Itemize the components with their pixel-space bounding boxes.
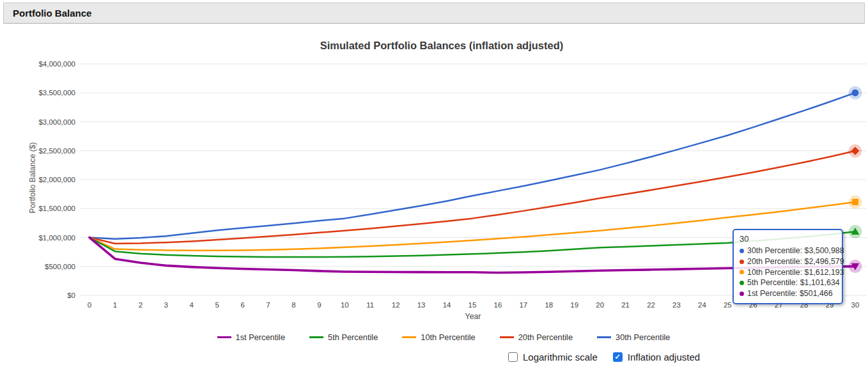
x-tick-label: 5: [215, 301, 219, 309]
y-tick-label: $500,000: [45, 263, 75, 270]
endpoint-marker-30th-percentile[interactable]: [848, 86, 862, 100]
x-tick-label: 19: [570, 301, 578, 309]
y-tick-label: $4,000,000: [38, 60, 75, 68]
x-tick-label: 13: [417, 301, 426, 309]
tooltip-row-30th-percentile: 30th Percentile: $3,500,988: [740, 245, 836, 256]
x-tick-label: 3: [164, 301, 168, 309]
tooltip-bullet: [740, 260, 744, 264]
legend-item-5th-percentile[interactable]: 5th Percentile: [309, 332, 378, 342]
y-tick-label: $0: [67, 292, 75, 299]
tooltip-title: 30: [740, 234, 836, 244]
tooltip-text: 1st Percentile: $501,466: [747, 288, 833, 299]
x-tick-label: 8: [291, 301, 295, 309]
tooltip-bullet: [740, 249, 744, 253]
logarithmic-scale-label: Logarithmic scale: [523, 352, 598, 362]
legend-item-20th-percentile[interactable]: 20th Percentile: [500, 332, 573, 342]
x-tick-label: 4: [190, 301, 194, 309]
x-tick-label: 14: [443, 301, 451, 309]
legend-label: 1st Percentile: [236, 332, 286, 342]
legend-label: 30th Percentile: [616, 332, 670, 342]
legend-label: 20th Percentile: [518, 332, 573, 342]
x-tick-label: 9: [317, 301, 321, 309]
y-tick-label: $3,000,000: [38, 118, 75, 126]
tooltip-text: 20th Percentile: $2,496,579: [747, 256, 844, 267]
legend-label: 10th Percentile: [421, 332, 475, 342]
x-tick-label: 2: [139, 301, 143, 309]
legend-swatch: [402, 336, 416, 338]
logarithmic-scale-option[interactable]: Logarithmic scale: [508, 352, 598, 362]
y-tick-label: $2,500,000: [38, 147, 75, 155]
legend-item-10th-percentile[interactable]: 10th Percentile: [402, 332, 475, 342]
tooltip-bullet: [740, 270, 744, 274]
x-tick-label: 20: [596, 301, 604, 309]
x-tick-label: 7: [266, 301, 270, 309]
tooltip-bullet: [740, 281, 744, 285]
legend-label: 5th Percentile: [328, 332, 378, 342]
tooltip-row-1st-percentile: 1st Percentile: $501,466: [740, 288, 836, 299]
x-tick-label: 1: [113, 301, 117, 309]
x-tick-label: 12: [392, 301, 400, 309]
x-axis-title: Year: [84, 312, 862, 321]
tooltip-row-5th-percentile: 5th Percentile: $1,101,634: [740, 277, 836, 288]
logarithmic-scale-checkbox[interactable]: [508, 352, 518, 362]
x-tick-label: 15: [469, 301, 477, 309]
x-tick-label: 17: [519, 301, 527, 309]
y-tick-label: $2,000,000: [38, 176, 75, 183]
x-tick-label: 23: [672, 301, 681, 309]
inflation-adjusted-option[interactable]: Inflation adjusted: [613, 352, 700, 362]
tooltip-row-20th-percentile: 20th Percentile: $2,496,579: [740, 256, 836, 267]
y-tick-label: $3,500,000: [38, 89, 75, 97]
endpoint-marker-1st-percentile[interactable]: [848, 260, 862, 273]
legend-swatch: [217, 336, 231, 338]
tooltip-rows: 30th Percentile: $3,500,98820th Percenti…: [740, 245, 836, 299]
x-tick-label: 24: [698, 301, 706, 309]
tooltip-text: 10th Percentile: $1,612,193: [747, 267, 844, 278]
x-tick-label: 6: [240, 301, 244, 309]
tooltip-text: 5th Percentile: $1,101,634: [747, 277, 840, 288]
legend-swatch: [500, 336, 514, 338]
chart-tooltip: 30 30th Percentile: $3,500,98820th Perce…: [732, 229, 843, 304]
chart-legend: 1st Percentile5th Percentile10th Percent…: [19, 332, 868, 342]
tooltip-text: 30th Percentile: $3,500,988: [747, 245, 844, 256]
legend-item-1st-percentile[interactable]: 1st Percentile: [217, 332, 286, 342]
series-line-30th-percentile[interactable]: [89, 93, 855, 239]
chart-controls: Logarithmic scale Inflation adjusted: [508, 352, 700, 362]
y-tick-label: $1,500,000: [38, 205, 75, 212]
x-tick-label: 16: [494, 301, 502, 309]
legend-swatch: [309, 336, 323, 338]
x-tick-label: 30: [851, 301, 860, 309]
x-tick-label: 18: [545, 301, 553, 309]
y-tick-label: $1,000,000: [38, 234, 75, 242]
endpoint-marker-20th-percentile[interactable]: [848, 144, 862, 158]
tooltip-bullet: [740, 292, 744, 296]
tooltip-row-10th-percentile: 10th Percentile: $1,612,193: [740, 267, 836, 278]
endpoint-marker-5th-percentile[interactable]: [848, 225, 862, 238]
inflation-adjusted-label: Inflation adjusted: [628, 352, 700, 362]
endpoint-marker-10th-percentile[interactable]: [848, 196, 862, 209]
x-tick-label: 11: [366, 301, 374, 309]
x-tick-label: 21: [621, 301, 630, 309]
legend-item-30th-percentile[interactable]: 30th Percentile: [597, 332, 670, 342]
x-tick-label: 0: [88, 301, 91, 309]
x-tick-label: 22: [647, 301, 655, 309]
x-tick-label: 25: [724, 301, 732, 309]
inflation-adjusted-checkbox[interactable]: [613, 352, 623, 362]
x-tick-label: 10: [341, 301, 349, 309]
legend-swatch: [597, 336, 611, 338]
